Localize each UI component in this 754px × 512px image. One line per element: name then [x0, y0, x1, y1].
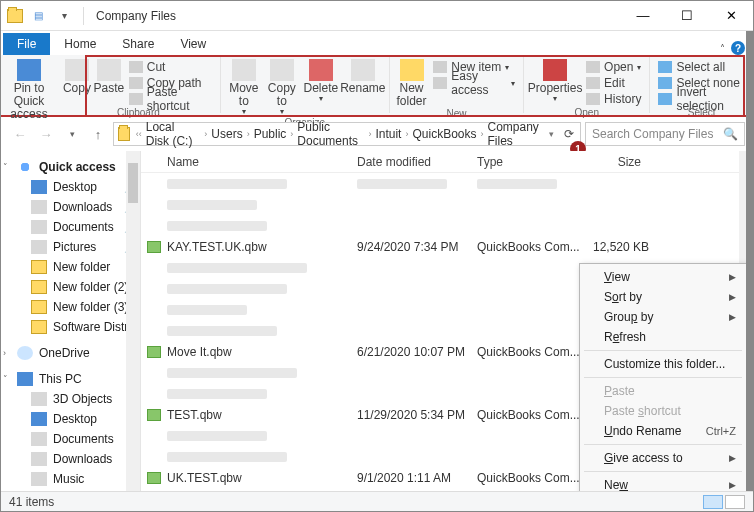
nav-downloads[interactable]: Downloads📌	[1, 197, 140, 217]
crumb-public[interactable]: Public	[252, 127, 289, 141]
paste-button[interactable]: Paste	[93, 57, 125, 107]
crumb-users[interactable]: Users	[209, 127, 244, 141]
nav-documents[interactable]: Documents📌	[1, 217, 140, 237]
move-to-button[interactable]: Move to▾	[225, 57, 263, 117]
nav-onedrive[interactable]: ›OneDrive	[1, 343, 140, 363]
column-type[interactable]: Type	[477, 155, 589, 169]
menu-group-by[interactable]: Group by▶	[580, 307, 746, 327]
help-icon[interactable]: ?	[731, 41, 745, 55]
nav-new-folder[interactable]: New folder	[1, 257, 140, 277]
crumb-public-documents[interactable]: Public Documents	[295, 120, 366, 148]
chevron-right-icon: ▶	[729, 453, 736, 463]
nav-3d-objects[interactable]: 3D Objects	[1, 389, 140, 409]
edit-button[interactable]: Edit	[582, 75, 645, 91]
minimize-button[interactable]: —	[621, 1, 665, 31]
menu-undo-rename[interactable]: Undo RenameCtrl+Z	[580, 421, 746, 441]
pin-to-quick-access-button[interactable]: Pin to Quick access	[5, 57, 53, 122]
crumb-local-disk[interactable]: Local Disk (C:)	[144, 120, 203, 148]
nav-this-pc[interactable]: ˅This PC	[1, 369, 140, 389]
qbw-file-icon	[147, 409, 161, 421]
menu-paste: Paste	[580, 381, 746, 401]
close-button[interactable]: ✕	[709, 1, 753, 31]
minimize-ribbon-icon[interactable]: ˄	[720, 43, 725, 54]
menu-give-access-to[interactable]: Give access to▶	[580, 448, 746, 468]
tab-home[interactable]: Home	[52, 33, 108, 55]
menu-view[interactable]: View▶	[580, 267, 746, 287]
nav-music[interactable]: Music	[1, 469, 140, 489]
select-all-button[interactable]: Select all	[654, 59, 749, 75]
tab-view[interactable]: View	[168, 33, 218, 55]
chevron-right-icon[interactable]: ›	[403, 129, 410, 139]
search-icon[interactable]: 🔍	[723, 127, 738, 141]
nav-downloads-pc[interactable]: Downloads	[1, 449, 140, 469]
easy-access-button[interactable]: Easy access ▾	[429, 75, 519, 91]
nav-documents-pc[interactable]: Documents	[1, 429, 140, 449]
qat-dropdown-icon[interactable]: ▾	[53, 5, 75, 27]
list-item[interactable]	[141, 173, 753, 194]
chevron-right-icon[interactable]: ›	[245, 129, 252, 139]
crumb-quickbooks[interactable]: QuickBooks	[410, 127, 478, 141]
group-new-label: New	[446, 108, 466, 120]
cut-button[interactable]: Cut	[125, 59, 216, 75]
recent-locations-button[interactable]: ▾	[61, 123, 83, 145]
ribbon-tabs: File Home Share View ˄ ?	[1, 31, 753, 55]
column-name[interactable]: Name	[167, 155, 357, 169]
properties-button[interactable]: Properties▾	[528, 57, 582, 107]
invert-selection-button[interactable]: Invert selection	[654, 91, 749, 107]
nav-software-distr[interactable]: Software Distr	[1, 317, 140, 337]
menu-customize[interactable]: Customize this folder...	[580, 354, 746, 374]
tab-share[interactable]: Share	[110, 33, 166, 55]
nav-pictures[interactable]: Pictures📌	[1, 237, 140, 257]
menu-sort-by[interactable]: Sort by▶	[580, 287, 746, 307]
new-folder-button[interactable]: New folder	[394, 57, 429, 108]
maximize-button[interactable]: ☐	[665, 1, 709, 31]
chevron-right-icon: ▶	[729, 292, 736, 302]
details-view-button[interactable]	[703, 495, 723, 509]
nav-scrollbar[interactable]	[126, 151, 140, 511]
ribbon: Pin to Quick access Copy Paste Cut Copy …	[1, 55, 753, 117]
chevron-right-icon[interactable]: ›	[478, 129, 485, 139]
search-placeholder: Search Company Files	[592, 127, 713, 141]
nav-new-folder-3[interactable]: New folder (3)	[1, 297, 140, 317]
chevron-right-icon[interactable]: ›	[202, 129, 209, 139]
nav-quick-access[interactable]: ˅Quick access	[1, 157, 140, 177]
refresh-button[interactable]: ⟳	[558, 127, 580, 141]
nav-desktop[interactable]: Desktop📌	[1, 177, 140, 197]
crumb-company-files[interactable]: Company Files	[485, 120, 545, 148]
group-open-label: Open	[575, 107, 599, 119]
list-item[interactable]: KAY.TEST.UK.qbw9/24/2020 7:34 PMQuickBoo…	[141, 236, 753, 257]
list-item[interactable]	[141, 194, 753, 215]
open-button[interactable]: Open ▾	[582, 59, 645, 75]
crumb-intuit[interactable]: Intuit	[373, 127, 403, 141]
large-icons-view-button[interactable]	[725, 495, 745, 509]
menu-refresh[interactable]: Refresh	[580, 327, 746, 347]
address-dropdown-icon[interactable]: ▾	[549, 129, 554, 139]
tab-file[interactable]: File	[3, 33, 50, 55]
back-button[interactable]: ←	[9, 123, 31, 145]
up-button[interactable]: ↑	[87, 123, 109, 145]
copy-to-button[interactable]: Copy to▾	[263, 57, 301, 117]
chevron-icon[interactable]: ‹‹	[134, 129, 144, 139]
nav-new-folder-2[interactable]: New folder (2)	[1, 277, 140, 297]
chevron-right-icon[interactable]: ›	[366, 129, 373, 139]
copy-button[interactable]: Copy	[61, 57, 93, 107]
forward-button[interactable]: →	[35, 123, 57, 145]
delete-button[interactable]: Delete▾	[301, 57, 341, 117]
column-date[interactable]: Date modified	[357, 155, 477, 169]
rename-button[interactable]: Rename	[341, 57, 385, 117]
chevron-right-icon[interactable]: ›	[288, 129, 295, 139]
nav-desktop-pc[interactable]: Desktop	[1, 409, 140, 429]
column-size[interactable]: Size	[589, 155, 649, 169]
list-item[interactable]	[141, 215, 753, 236]
address-bar-row: ← → ▾ ↑ ‹‹ Local Disk (C:)› Users› Publi…	[1, 117, 753, 151]
paste-shortcut-button[interactable]: Paste shortcut	[125, 91, 216, 107]
chevron-right-icon: ▶	[729, 272, 736, 282]
title-bar: ▤ ▾ Company Files — ☐ ✕	[1, 1, 753, 31]
history-button[interactable]: History	[582, 91, 645, 107]
qat-save-icon[interactable]: ▤	[27, 5, 49, 27]
status-bar: 41 items	[1, 491, 753, 511]
search-input[interactable]: Search Company Files 🔍	[585, 122, 745, 146]
quick-access-toolbar: ▤ ▾	[1, 5, 88, 27]
breadcrumb-bar[interactable]: ‹‹ Local Disk (C:)› Users› Public› Publi…	[113, 122, 581, 146]
folder-icon	[7, 9, 23, 23]
